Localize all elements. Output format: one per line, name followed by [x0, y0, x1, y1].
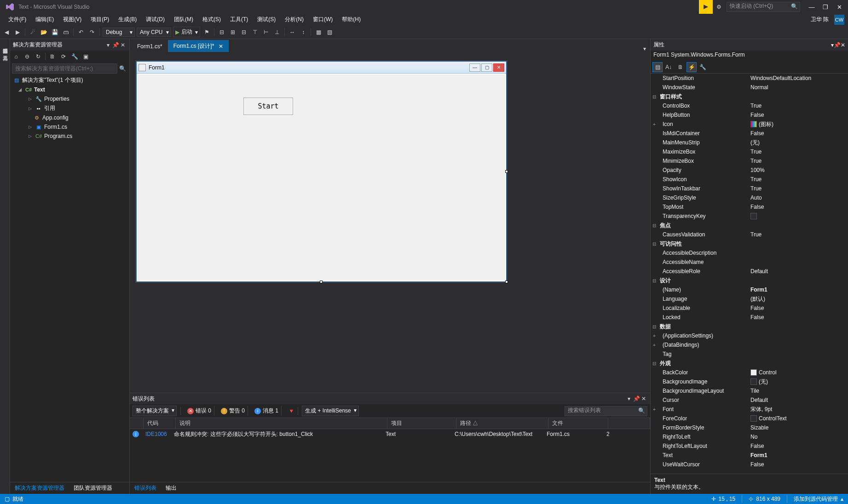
- col-file[interactable]: 文件: [548, 418, 608, 429]
- hspace-icon[interactable]: ↔: [288, 28, 297, 37]
- col-project[interactable]: 项目: [387, 418, 456, 429]
- props-icon[interactable]: 🗎: [675, 62, 686, 72]
- tree-form1[interactable]: ▷ ▣ Form1.cs: [10, 122, 129, 132]
- scope-dropdown[interactable]: 整个解决方案: [133, 406, 177, 416]
- home-icon[interactable]: ⌂: [12, 52, 20, 61]
- prop-row[interactable]: +Font宋体, 9pt: [651, 405, 848, 414]
- expand-icon[interactable]: ▷: [29, 125, 33, 129]
- prop-row[interactable]: FormBorderStyleSizable: [651, 423, 848, 432]
- new-project-icon[interactable]: ☄: [28, 28, 37, 37]
- tab-dropdown-icon[interactable]: ▾: [641, 46, 648, 52]
- menu-team[interactable]: 团队(M): [169, 14, 198, 25]
- prop-row[interactable]: BackColorControl: [651, 368, 848, 377]
- prop-row[interactable]: SizeGripStyleAuto: [651, 193, 848, 202]
- prop-row[interactable]: ShowIconTrue: [651, 175, 848, 184]
- prop-row[interactable]: HelpButtonFalse: [651, 110, 848, 120]
- resize-handle[interactable]: [505, 281, 508, 283]
- categorized-icon[interactable]: ▤: [652, 62, 663, 72]
- menu-analyze[interactable]: 分析(N): [280, 14, 308, 25]
- tab-server-explorer[interactable]: 服务器资源管理器: [0, 41, 10, 48]
- prop-category[interactable]: ⊟设计: [651, 276, 848, 285]
- tab-output[interactable]: 输出: [161, 482, 181, 494]
- col-code[interactable]: 代码: [144, 418, 176, 429]
- prop-row[interactable]: TopMostFalse: [651, 202, 848, 212]
- prop-row[interactable]: Opacity100%: [651, 166, 848, 175]
- save-icon[interactable]: 💾: [50, 28, 59, 37]
- prop-row[interactable]: CursorDefault: [651, 395, 848, 405]
- col-path[interactable]: 路径 △: [456, 418, 548, 429]
- start-debug-button[interactable]: ▶ 启动: [173, 27, 200, 37]
- redo-icon[interactable]: ↷: [87, 28, 97, 37]
- user-name[interactable]: 卫华 陈: [807, 16, 832, 23]
- doc-tab-form1-design[interactable]: Form1.cs [设计]* ✕: [168, 40, 229, 52]
- prop-row[interactable]: WindowStateNormal: [651, 83, 848, 92]
- pin-icon[interactable]: 📌: [633, 395, 640, 402]
- expand-icon[interactable]: ▷: [29, 106, 33, 111]
- open-file-icon[interactable]: 📂: [39, 28, 48, 37]
- tree-references[interactable]: ▷ ▪▪ 引用: [10, 103, 129, 113]
- prop-row[interactable]: +(ApplicationSettings): [651, 331, 848, 340]
- prop-row[interactable]: BackgroundImage(无): [651, 377, 848, 386]
- status-source-control[interactable]: 添加到源代码管理 ▴: [794, 495, 843, 503]
- menu-edit[interactable]: 编辑(E): [31, 14, 58, 25]
- close-icon[interactable]: ✕: [640, 395, 647, 402]
- prop-row[interactable]: TextForm1: [651, 451, 848, 460]
- prop-row[interactable]: CausesValidationTrue: [651, 230, 848, 239]
- restore-button[interactable]: ❐: [819, 0, 832, 14]
- propertypages-icon[interactable]: 🔧: [698, 62, 708, 72]
- resize-handle[interactable]: [320, 281, 323, 283]
- prop-row[interactable]: Language(默认): [651, 294, 848, 304]
- vspace-icon[interactable]: ↕: [299, 28, 308, 37]
- notification-flag-icon[interactable]: [699, 0, 713, 14]
- refresh-icon[interactable]: ⟳: [59, 52, 68, 61]
- dropdown-icon[interactable]: ▾: [625, 395, 633, 402]
- tree-properties[interactable]: ▷ 🔧 Properties: [10, 94, 129, 103]
- prop-category[interactable]: ⊟窗口样式: [651, 92, 848, 101]
- filter-build[interactable]: 🔻: [285, 407, 298, 415]
- config-dropdown[interactable]: Debug: [103, 28, 135, 37]
- col-desc[interactable]: 说明: [176, 418, 387, 429]
- build-dropdown[interactable]: 生成 + IntelliSense: [302, 406, 359, 416]
- prop-row[interactable]: ShowInTaskbarTrue: [651, 184, 848, 193]
- form-button-start[interactable]: Start: [243, 97, 293, 115]
- prop-category[interactable]: ⊟数据: [651, 322, 848, 331]
- menu-debug[interactable]: 调试(D): [141, 14, 169, 25]
- tree-program[interactable]: ▷ C# Program.cs: [10, 132, 129, 141]
- prop-row[interactable]: ControlBoxTrue: [651, 101, 848, 110]
- prop-row[interactable]: +Icon(图标): [651, 120, 848, 129]
- doc-tab-form1cs[interactable]: Form1.cs*: [132, 40, 168, 52]
- collapse-icon[interactable]: ⊖: [23, 52, 31, 61]
- prop-row[interactable]: +(DataBindings): [651, 340, 848, 349]
- menu-view[interactable]: 视图(V): [58, 14, 86, 25]
- pin-icon[interactable]: 📌: [112, 42, 119, 48]
- align-center-icon[interactable]: ⊞: [228, 28, 237, 37]
- menu-format[interactable]: 格式(S): [198, 14, 225, 25]
- prop-category[interactable]: ⊟外观: [651, 359, 848, 368]
- showall-icon[interactable]: 🗎: [48, 52, 57, 61]
- platform-dropdown[interactable]: Any CPU: [137, 28, 171, 37]
- nav-forward-icon[interactable]: ▶: [13, 28, 22, 37]
- minimize-button[interactable]: —: [805, 0, 819, 14]
- props-object[interactable]: Form1 System.Windows.Forms.Form: [651, 51, 848, 61]
- prop-row[interactable]: MinimizeBoxTrue: [651, 156, 848, 166]
- menu-help[interactable]: 帮助(H): [337, 14, 365, 25]
- prop-row[interactable]: AccessibleName: [651, 258, 848, 267]
- tree-project[interactable]: ◢ C# Text: [10, 85, 129, 94]
- prop-row[interactable]: RightToLeftNo: [651, 432, 848, 441]
- expand-icon[interactable]: ◢: [18, 87, 23, 92]
- prop-row[interactable]: UseWaitCursorFalse: [651, 460, 848, 469]
- search-icon[interactable]: 🔍: [117, 65, 127, 72]
- error-row[interactable]: i IDE1006 命名规则冲突: 这些字必须以大写字符开头: button1_…: [130, 429, 650, 439]
- alphabetical-icon[interactable]: A↓: [663, 62, 674, 72]
- resize-handle[interactable]: [505, 170, 508, 173]
- pin-icon[interactable]: 📌: [834, 42, 841, 48]
- prop-row[interactable]: BackgroundImageLayoutTile: [651, 386, 848, 395]
- prop-row[interactable]: ForeColorControlText: [651, 414, 848, 423]
- preview-icon[interactable]: ▣: [81, 52, 90, 61]
- filter-errors[interactable]: ✕ 错误 0: [185, 406, 214, 416]
- align-right-icon[interactable]: ⊟: [239, 28, 248, 37]
- prop-row[interactable]: RightToLeftLayoutFalse: [651, 441, 848, 451]
- prop-row[interactable]: Tag: [651, 349, 848, 359]
- prop-row[interactable]: AccessibleDescription: [651, 248, 848, 258]
- expand-icon[interactable]: ▷: [29, 97, 33, 101]
